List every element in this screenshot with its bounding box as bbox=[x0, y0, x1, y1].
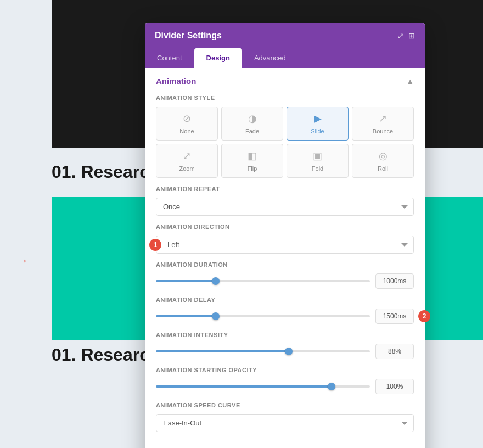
step-badge-2: 2 bbox=[418, 310, 430, 322]
animation-intensity-value: 88% bbox=[375, 344, 414, 359]
anim-roll[interactable]: ◎ Roll bbox=[352, 144, 414, 178]
anim-flip-label: Flip bbox=[248, 165, 257, 172]
animation-opacity-label: Animation Starting Opacity bbox=[156, 367, 414, 373]
animation-intensity-label: Animation Intensity bbox=[156, 332, 414, 338]
animation-duration-track bbox=[156, 280, 370, 282]
animation-style-grid: ⊘ None ◑ Fade ▶ Slide ↗ Bounce bbox=[156, 107, 414, 178]
anim-fold[interactable]: ▣ Fold bbox=[287, 144, 349, 178]
section-collapse-icon[interactable]: ▲ bbox=[406, 77, 414, 86]
animation-duration-group: Animation Duration 1000ms bbox=[156, 261, 414, 289]
animation-repeat-group: Animation Repeat Once Loop Twice bbox=[156, 186, 414, 216]
research-title-1: 01. Research bbox=[52, 162, 160, 182]
anim-none-label: None bbox=[179, 128, 194, 135]
anim-slide-label: Slide bbox=[311, 128, 324, 135]
tab-advanced[interactable]: Advanced bbox=[242, 48, 298, 68]
anim-roll-label: Roll bbox=[378, 165, 388, 172]
animation-opacity-track bbox=[156, 385, 370, 388]
modal-title: Divider Settings bbox=[155, 31, 222, 41]
anim-none[interactable]: ⊘ None bbox=[156, 107, 218, 141]
animation-opacity-thumb[interactable] bbox=[328, 383, 335, 390]
modal-body: Animation ▲ Animation Style ⊘ None ◑ Fad… bbox=[145, 68, 425, 448]
arrow-indicator bbox=[16, 254, 29, 268]
animation-intensity-slider-row: 88% bbox=[156, 344, 414, 359]
anim-fade-label: Fade bbox=[245, 128, 259, 135]
animation-direction-group: Animation Direction 1 Left Right Top Bot… bbox=[156, 223, 414, 254]
slide-icon: ▶ bbox=[314, 113, 322, 125]
animation-direction-label: Animation Direction bbox=[156, 223, 414, 230]
section-header: Animation ▲ bbox=[156, 76, 414, 86]
step-badge-1: 1 bbox=[149, 239, 161, 251]
anim-bounce-label: Bounce bbox=[373, 128, 393, 135]
animation-delay-value: 1500ms bbox=[375, 309, 414, 324]
anim-fold-label: Fold bbox=[312, 165, 323, 172]
expand-icon[interactable]: ⤢ bbox=[397, 31, 404, 40]
animation-delay-group: Animation Delay 1500ms 2 bbox=[156, 296, 414, 324]
animation-duration-label: Animation Duration bbox=[156, 261, 414, 268]
flip-icon: ◧ bbox=[248, 150, 257, 162]
roll-icon: ◎ bbox=[379, 150, 387, 162]
animation-intensity-fill bbox=[156, 350, 289, 352]
animation-delay-slider-row: 1500ms 2 bbox=[156, 309, 414, 324]
animation-opacity-group: Animation Starting Opacity 100% bbox=[156, 367, 414, 394]
animation-style-group: Animation Style ⊘ None ◑ Fade ▶ Slide bbox=[156, 94, 414, 178]
animation-repeat-label: Animation Repeat bbox=[156, 186, 414, 192]
divider-settings-modal: Divider Settings ⤢ ⊞ Content Design Adva… bbox=[145, 23, 425, 448]
animation-opacity-value: 100% bbox=[375, 379, 414, 394]
anim-bounce[interactable]: ↗ Bounce bbox=[352, 107, 414, 141]
anim-zoom-label: Zoom bbox=[179, 165, 194, 172]
modal-header-icons: ⤢ ⊞ bbox=[397, 31, 415, 40]
columns-icon[interactable]: ⊞ bbox=[408, 31, 415, 40]
animation-direction-select[interactable]: Left Right Top Bottom bbox=[156, 236, 414, 254]
bounce-icon: ↗ bbox=[379, 113, 387, 125]
animation-duration-thumb[interactable] bbox=[212, 277, 220, 285]
animation-delay-label: Animation Delay bbox=[156, 296, 414, 303]
animation-duration-fill bbox=[156, 280, 216, 282]
anim-fade[interactable]: ◑ Fade bbox=[221, 107, 283, 141]
animation-intensity-thumb[interactable] bbox=[285, 348, 293, 355]
animation-speed-curve-select[interactable]: Ease-In-Out Linear Ease-In Ease-Out bbox=[156, 414, 414, 432]
anim-slide[interactable]: ▶ Slide bbox=[287, 107, 349, 141]
anim-flip[interactable]: ◧ Flip bbox=[221, 144, 283, 178]
animation-duration-slider-row: 1000ms bbox=[156, 273, 414, 289]
animation-opacity-slider-row: 100% bbox=[156, 379, 414, 394]
animation-speed-curve-group: Animation Speed Curve Ease-In-Out Linear… bbox=[156, 402, 414, 432]
fade-icon: ◑ bbox=[248, 113, 257, 125]
animation-delay-thumb[interactable] bbox=[212, 312, 220, 320]
tab-content[interactable]: Content bbox=[145, 48, 194, 68]
section-title: Animation bbox=[156, 76, 196, 86]
animation-opacity-fill bbox=[156, 385, 332, 388]
animation-style-label: Animation Style bbox=[156, 94, 414, 101]
animation-duration-value: 1000ms bbox=[375, 273, 414, 289]
fold-icon: ▣ bbox=[313, 150, 322, 162]
animation-intensity-group: Animation Intensity 88% bbox=[156, 332, 414, 359]
research-title-2: 01. Research bbox=[52, 345, 160, 365]
animation-delay-track bbox=[156, 315, 370, 317]
tab-design[interactable]: Design bbox=[194, 48, 242, 68]
animation-intensity-track bbox=[156, 350, 370, 352]
animation-speed-curve-label: Animation Speed Curve bbox=[156, 402, 414, 408]
modal-header: Divider Settings ⤢ ⊞ bbox=[145, 23, 425, 48]
none-icon: ⊘ bbox=[183, 113, 191, 125]
modal-tabs: Content Design Advanced bbox=[145, 48, 425, 68]
zoom-icon: ⤢ bbox=[183, 150, 191, 162]
anim-zoom[interactable]: ⤢ Zoom bbox=[156, 144, 218, 178]
animation-repeat-select[interactable]: Once Loop Twice bbox=[156, 198, 414, 216]
animation-section: Animation ▲ Animation Style ⊘ None ◑ Fad… bbox=[145, 68, 425, 448]
animation-delay-fill bbox=[156, 315, 216, 317]
